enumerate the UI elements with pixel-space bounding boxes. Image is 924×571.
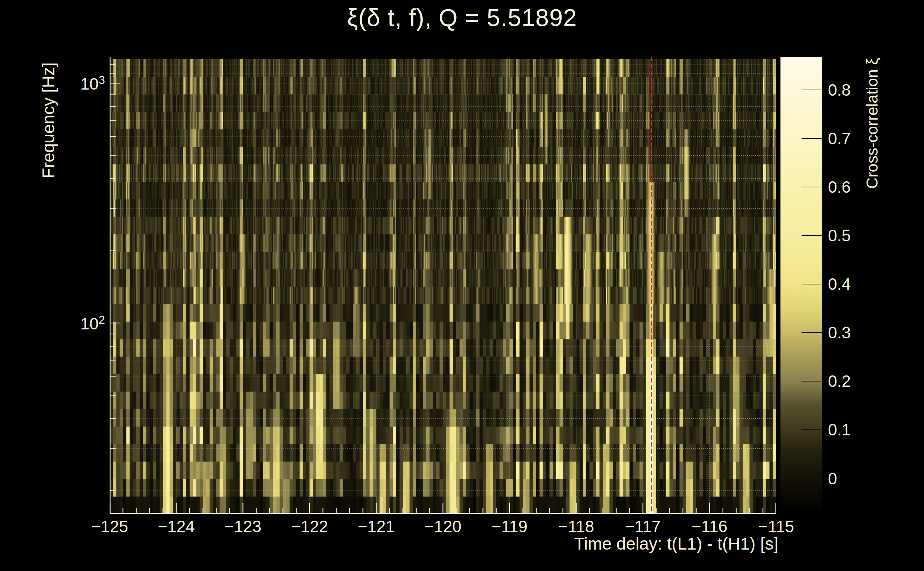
- x-axis-title: Time delay: t(L1) - t(H1) [s]: [574, 534, 778, 554]
- colorbar: [780, 57, 822, 514]
- x-tick-label: −121: [358, 518, 395, 535]
- x-tick-label: −117: [625, 518, 660, 535]
- colorbar-tick-label: 0.1: [828, 421, 851, 438]
- colorbar-title: Cross-correlation ξ: [863, 58, 881, 189]
- x-tick-label: −120: [425, 518, 462, 535]
- heatmap-plot: [110, 57, 776, 514]
- colorbar-tick-label: 0.3: [828, 324, 851, 341]
- colorbar-tick-label: 0.6: [828, 179, 851, 195]
- x-tick-label: −123: [224, 518, 262, 535]
- colorbar-tick-label: 0.7: [828, 130, 851, 147]
- x-tick-label: −118: [558, 518, 594, 535]
- x-tick-label: −124: [158, 518, 195, 535]
- colorbar-tick-label: 0.4: [828, 276, 851, 292]
- colorbar-tick-label: 0.8: [828, 82, 851, 98]
- colorbar-tick: [802, 478, 822, 479]
- x-tick-label: −122: [291, 518, 328, 535]
- colorbar-tick: [802, 429, 822, 430]
- x-tick-label: −125: [91, 518, 128, 535]
- x-tick-label: −116: [692, 518, 727, 535]
- plot-title: ξ(δ t, f), Q = 5.51892: [0, 5, 924, 30]
- colorbar-tick: [802, 332, 822, 333]
- colorbar-tick: [802, 235, 822, 236]
- y-tick-label: 102: [80, 314, 105, 332]
- colorbar-tick: [802, 381, 822, 381]
- colorbar-tick: [802, 138, 822, 139]
- x-tick-label: −119: [491, 518, 527, 535]
- figure-canvas: ξ(δ t, f), Q = 5.51892 Frequency [Hz] 00…: [0, 0, 924, 571]
- colorbar-tick: [802, 90, 822, 90]
- colorbar-tick-label: 0.5: [828, 227, 851, 244]
- colorbar-tick-label: 0: [828, 471, 837, 487]
- colorbar-tick: [802, 284, 822, 284]
- colorbar-tick: [802, 187, 822, 187]
- x-tick-label: −115: [758, 518, 794, 535]
- y-axis-title: Frequency [Hz]: [39, 62, 58, 178]
- y-tick-label: 103: [80, 74, 105, 92]
- colorbar-tick-label: 0.2: [828, 373, 851, 389]
